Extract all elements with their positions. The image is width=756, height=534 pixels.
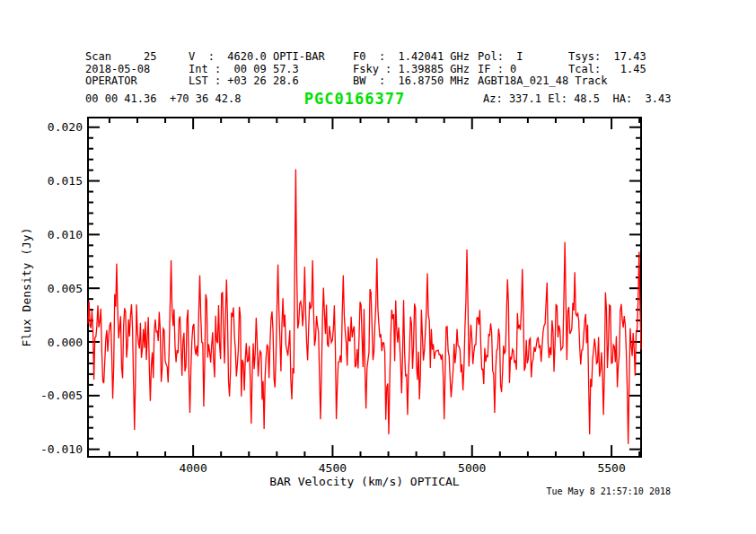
- x-tick-label: 4000: [179, 461, 207, 475]
- plot-timestamp: Tue May 8 21:57:10 2018: [547, 486, 671, 496]
- spectrum-trace: [88, 169, 641, 443]
- y-tick-label: -0.010: [40, 442, 83, 456]
- x-tick-label: 5000: [458, 461, 486, 475]
- x-tick-label: 5500: [597, 461, 625, 475]
- y-tick-label: 0.020: [48, 120, 83, 134]
- y-axis-label: Flux Density (Jy): [20, 227, 33, 346]
- x-tick-label: 4500: [319, 461, 347, 475]
- y-tick-label: 0.005: [48, 282, 83, 295]
- y-tick-label: 0.015: [48, 174, 83, 188]
- gbtidl-spectrum-window: Scan 252018-05-08OPERATOR V : 4620.0 OPT…: [0, 0, 756, 534]
- y-tick-label: 0.000: [48, 336, 83, 349]
- y-tick-label: -0.005: [40, 389, 83, 402]
- x-axis-label: BAR Velocity (km/s) OPTICAL: [269, 475, 459, 488]
- spectrum-plot: 40004500500055000.0200.0150.0100.0050.00…: [0, 0, 756, 534]
- y-tick-label: 0.010: [48, 228, 83, 241]
